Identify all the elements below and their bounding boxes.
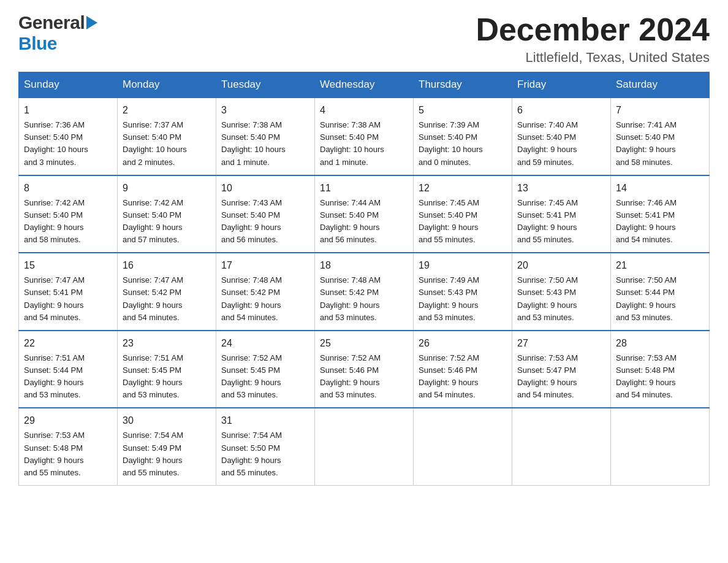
- day-number: 7: [616, 103, 704, 118]
- day-info: Sunrise: 7:47 AMSunset: 5:42 PMDaylight:…: [123, 274, 211, 324]
- col-wednesday: Wednesday: [315, 72, 414, 98]
- table-row: [512, 408, 611, 485]
- table-row: 29Sunrise: 7:53 AMSunset: 5:48 PMDayligh…: [19, 408, 118, 485]
- logo-general-text: General: [18, 12, 85, 33]
- day-number: 2: [123, 103, 211, 118]
- day-number: 30: [123, 413, 211, 428]
- day-info: Sunrise: 7:43 AMSunset: 5:40 PMDaylight:…: [221, 197, 309, 247]
- col-saturday: Saturday: [611, 72, 710, 98]
- table-row: 25Sunrise: 7:52 AMSunset: 5:46 PMDayligh…: [315, 331, 414, 408]
- table-row: 4Sunrise: 7:38 AMSunset: 5:40 PMDaylight…: [315, 98, 414, 175]
- day-info: Sunrise: 7:53 AMSunset: 5:48 PMDaylight:…: [616, 352, 704, 402]
- day-info: Sunrise: 7:39 AMSunset: 5:40 PMDaylight:…: [419, 119, 507, 169]
- day-info: Sunrise: 7:48 AMSunset: 5:42 PMDaylight:…: [320, 274, 408, 324]
- col-thursday: Thursday: [414, 72, 512, 98]
- day-info: Sunrise: 7:51 AMSunset: 5:44 PMDaylight:…: [24, 352, 112, 402]
- day-number: 12: [419, 181, 507, 196]
- day-number: 3: [221, 103, 309, 118]
- calendar-week-row: 1Sunrise: 7:36 AMSunset: 5:40 PMDaylight…: [19, 98, 710, 175]
- day-number: 4: [320, 103, 408, 118]
- table-row: 22Sunrise: 7:51 AMSunset: 5:44 PMDayligh…: [19, 331, 118, 408]
- table-row: 16Sunrise: 7:47 AMSunset: 5:42 PMDayligh…: [118, 253, 216, 331]
- day-number: 1: [24, 103, 112, 118]
- day-info: Sunrise: 7:50 AMSunset: 5:44 PMDaylight:…: [616, 274, 704, 324]
- table-row: 2Sunrise: 7:37 AMSunset: 5:40 PMDaylight…: [118, 98, 216, 175]
- day-info: Sunrise: 7:42 AMSunset: 5:40 PMDaylight:…: [123, 197, 211, 247]
- day-info: Sunrise: 7:53 AMSunset: 5:47 PMDaylight:…: [517, 352, 605, 402]
- table-row: [611, 408, 710, 485]
- day-number: 25: [320, 336, 408, 351]
- day-info: Sunrise: 7:40 AMSunset: 5:40 PMDaylight:…: [517, 119, 605, 169]
- table-row: 5Sunrise: 7:39 AMSunset: 5:40 PMDaylight…: [414, 98, 512, 175]
- day-number: 29: [24, 413, 112, 428]
- day-number: 20: [517, 258, 605, 273]
- table-row: 10Sunrise: 7:43 AMSunset: 5:40 PMDayligh…: [216, 175, 315, 253]
- day-number: 24: [221, 336, 309, 351]
- table-row: 8Sunrise: 7:42 AMSunset: 5:40 PMDaylight…: [19, 175, 118, 253]
- calendar-week-row: 8Sunrise: 7:42 AMSunset: 5:40 PMDaylight…: [19, 175, 710, 253]
- day-number: 5: [419, 103, 507, 118]
- day-number: 31: [221, 413, 309, 428]
- calendar-week-row: 22Sunrise: 7:51 AMSunset: 5:44 PMDayligh…: [19, 331, 710, 408]
- col-sunday: Sunday: [19, 72, 118, 98]
- table-row: 1Sunrise: 7:36 AMSunset: 5:40 PMDaylight…: [19, 98, 118, 175]
- table-row: 28Sunrise: 7:53 AMSunset: 5:48 PMDayligh…: [611, 331, 710, 408]
- calendar-header-row: Sunday Monday Tuesday Wednesday Thursday…: [19, 72, 710, 98]
- day-info: Sunrise: 7:45 AMSunset: 5:41 PMDaylight:…: [517, 197, 605, 247]
- day-info: Sunrise: 7:52 AMSunset: 5:46 PMDaylight:…: [419, 352, 507, 402]
- day-info: Sunrise: 7:54 AMSunset: 5:50 PMDaylight:…: [221, 429, 309, 479]
- day-number: 23: [123, 336, 211, 351]
- table-row: 20Sunrise: 7:50 AMSunset: 5:43 PMDayligh…: [512, 253, 611, 331]
- day-info: Sunrise: 7:53 AMSunset: 5:48 PMDaylight:…: [24, 429, 112, 479]
- table-row: 24Sunrise: 7:52 AMSunset: 5:45 PMDayligh…: [216, 331, 315, 408]
- day-number: 27: [517, 336, 605, 351]
- day-info: Sunrise: 7:41 AMSunset: 5:40 PMDaylight:…: [616, 119, 704, 169]
- table-row: 17Sunrise: 7:48 AMSunset: 5:42 PMDayligh…: [216, 253, 315, 331]
- table-row: 13Sunrise: 7:45 AMSunset: 5:41 PMDayligh…: [512, 175, 611, 253]
- table-row: 3Sunrise: 7:38 AMSunset: 5:40 PMDaylight…: [216, 98, 315, 175]
- col-monday: Monday: [118, 72, 216, 98]
- day-info: Sunrise: 7:38 AMSunset: 5:40 PMDaylight:…: [320, 119, 408, 169]
- location-title: Littlefield, Texas, United States: [476, 50, 710, 66]
- day-info: Sunrise: 7:45 AMSunset: 5:40 PMDaylight:…: [419, 197, 507, 247]
- page-header: General Blue December 2024 Littlefield, …: [18, 12, 710, 66]
- day-number: 19: [419, 258, 507, 273]
- day-number: 18: [320, 258, 408, 273]
- calendar-table: Sunday Monday Tuesday Wednesday Thursday…: [18, 72, 710, 486]
- day-number: 14: [616, 181, 704, 196]
- day-number: 15: [24, 258, 112, 273]
- table-row: 12Sunrise: 7:45 AMSunset: 5:40 PMDayligh…: [414, 175, 512, 253]
- day-info: Sunrise: 7:51 AMSunset: 5:45 PMDaylight:…: [123, 352, 211, 402]
- day-info: Sunrise: 7:47 AMSunset: 5:41 PMDaylight:…: [24, 274, 112, 324]
- day-number: 28: [616, 336, 704, 351]
- table-row: 14Sunrise: 7:46 AMSunset: 5:41 PMDayligh…: [611, 175, 710, 253]
- day-info: Sunrise: 7:38 AMSunset: 5:40 PMDaylight:…: [221, 119, 309, 169]
- table-row: 30Sunrise: 7:54 AMSunset: 5:49 PMDayligh…: [118, 408, 216, 485]
- table-row: 7Sunrise: 7:41 AMSunset: 5:40 PMDaylight…: [611, 98, 710, 175]
- day-info: Sunrise: 7:48 AMSunset: 5:42 PMDaylight:…: [221, 274, 309, 324]
- col-tuesday: Tuesday: [216, 72, 315, 98]
- day-number: 6: [517, 103, 605, 118]
- day-info: Sunrise: 7:52 AMSunset: 5:45 PMDaylight:…: [221, 352, 309, 402]
- day-info: Sunrise: 7:42 AMSunset: 5:40 PMDaylight:…: [24, 197, 112, 247]
- day-info: Sunrise: 7:36 AMSunset: 5:40 PMDaylight:…: [24, 119, 112, 169]
- col-friday: Friday: [512, 72, 611, 98]
- table-row: 11Sunrise: 7:44 AMSunset: 5:40 PMDayligh…: [315, 175, 414, 253]
- day-info: Sunrise: 7:37 AMSunset: 5:40 PMDaylight:…: [123, 119, 211, 169]
- day-number: 8: [24, 181, 112, 196]
- day-number: 10: [221, 181, 309, 196]
- logo-flag-icon: [86, 16, 97, 32]
- calendar-week-row: 15Sunrise: 7:47 AMSunset: 5:41 PMDayligh…: [19, 253, 710, 331]
- table-row: 9Sunrise: 7:42 AMSunset: 5:40 PMDaylight…: [118, 175, 216, 253]
- day-number: 9: [123, 181, 211, 196]
- day-info: Sunrise: 7:44 AMSunset: 5:40 PMDaylight:…: [320, 197, 408, 247]
- table-row: 26Sunrise: 7:52 AMSunset: 5:46 PMDayligh…: [414, 331, 512, 408]
- table-row: 19Sunrise: 7:49 AMSunset: 5:43 PMDayligh…: [414, 253, 512, 331]
- day-info: Sunrise: 7:52 AMSunset: 5:46 PMDaylight:…: [320, 352, 408, 402]
- title-block: December 2024 Littlefield, Texas, United…: [476, 12, 710, 66]
- logo: General Blue: [18, 12, 97, 54]
- table-row: [315, 408, 414, 485]
- table-row: 18Sunrise: 7:48 AMSunset: 5:42 PMDayligh…: [315, 253, 414, 331]
- day-info: Sunrise: 7:54 AMSunset: 5:49 PMDaylight:…: [123, 429, 211, 479]
- day-number: 22: [24, 336, 112, 351]
